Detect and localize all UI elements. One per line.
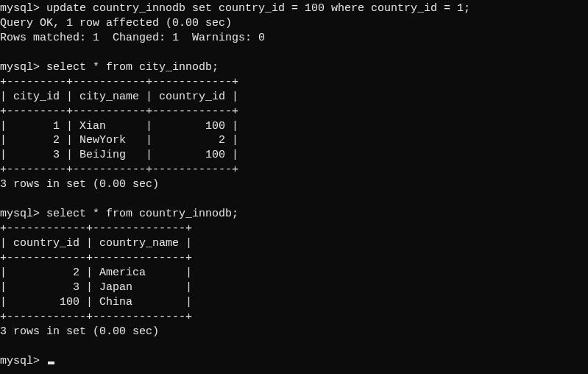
- table-border: +---------+-----------+------------+: [0, 105, 238, 118]
- table-border: +------------+--------------+: [0, 252, 192, 264]
- prompt: mysql>: [0, 2, 40, 15]
- query-ok-line: Query OK, 1 row affected (0.00 sec): [0, 17, 232, 29]
- terminal-output[interactable]: mysql> update country_innodb set country…: [0, 0, 588, 368]
- table-header: | city_id | city_name | country_id |: [0, 91, 238, 103]
- table-row: | 100 | China |: [0, 296, 192, 308]
- table-border: +------------+--------------+: [0, 311, 192, 323]
- prompt: mysql>: [0, 61, 40, 74]
- prompt: mysql>: [0, 208, 40, 220]
- table-header: | country_id | country_name |: [0, 237, 192, 250]
- rows-in-set: 3 rows in set (0.00 sec): [0, 325, 159, 338]
- cursor-icon: [48, 361, 54, 364]
- prompt: mysql>: [0, 355, 40, 367]
- table-border: +------------+--------------+: [0, 222, 192, 235]
- table-border: +---------+-----------+------------+: [0, 76, 238, 88]
- table-row: | 3 | BeiJing | 100 |: [0, 149, 238, 161]
- sql-command-update: update country_innodb set country_id = 1…: [46, 2, 470, 15]
- table-row: | 2 | America |: [0, 267, 192, 279]
- table-row: | 2 | NewYork | 2 |: [0, 134, 238, 147]
- table-border: +---------+-----------+------------+: [0, 163, 238, 176]
- rows-in-set: 3 rows in set (0.00 sec): [0, 178, 159, 191]
- rows-matched-line: Rows matched: 1 Changed: 1 Warnings: 0: [0, 32, 265, 44]
- sql-command-select-city: select * from city_innodb;: [46, 61, 219, 74]
- table-row: | 1 | Xian | 100 |: [0, 120, 238, 133]
- table-row: | 3 | Japan |: [0, 281, 192, 294]
- sql-command-select-country: select * from country_innodb;: [46, 208, 238, 220]
